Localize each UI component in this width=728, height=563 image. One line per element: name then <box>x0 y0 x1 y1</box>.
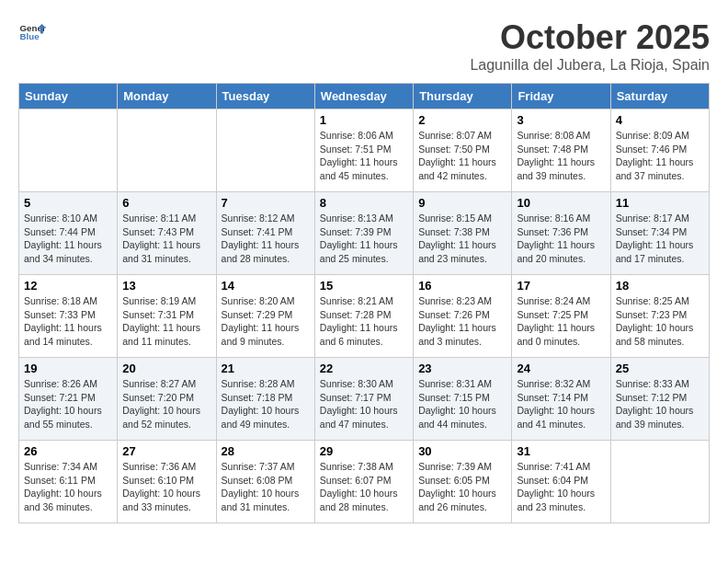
page-header: General Blue October 2025 Lagunilla del … <box>18 18 710 74</box>
day-info: Sunrise: 8:33 AM Sunset: 7:12 PM Dayligh… <box>616 377 704 431</box>
day-info: Sunrise: 8:31 AM Sunset: 7:15 PM Dayligh… <box>418 377 506 431</box>
calendar-cell: 25Sunrise: 8:33 AM Sunset: 7:12 PM Dayli… <box>610 358 709 441</box>
day-info: Sunrise: 7:38 AM Sunset: 6:07 PM Dayligh… <box>320 460 408 514</box>
calendar-cell: 21Sunrise: 8:28 AM Sunset: 7:18 PM Dayli… <box>216 358 314 441</box>
day-info: Sunrise: 8:32 AM Sunset: 7:14 PM Dayligh… <box>517 377 605 431</box>
day-number: 5 <box>24 196 112 210</box>
day-info: Sunrise: 8:12 AM Sunset: 7:41 PM Dayligh… <box>222 212 310 266</box>
calendar-cell: 14Sunrise: 8:20 AM Sunset: 7:29 PM Dayli… <box>216 275 314 358</box>
day-number: 9 <box>418 196 506 210</box>
day-info: Sunrise: 8:13 AM Sunset: 7:39 PM Dayligh… <box>320 212 408 266</box>
calendar-cell: 31Sunrise: 7:41 AM Sunset: 6:04 PM Dayli… <box>512 441 610 523</box>
calendar-cell <box>118 109 216 192</box>
calendar-cell: 2Sunrise: 8:07 AM Sunset: 7:50 PM Daylig… <box>414 109 512 192</box>
calendar-cell: 24Sunrise: 8:32 AM Sunset: 7:14 PM Dayli… <box>512 358 610 441</box>
calendar-cell: 22Sunrise: 8:30 AM Sunset: 7:17 PM Dayli… <box>314 358 413 441</box>
calendar-cell: 19Sunrise: 8:26 AM Sunset: 7:21 PM Dayli… <box>19 358 118 441</box>
column-header-friday: Friday <box>512 84 610 109</box>
day-number: 26 <box>24 444 112 458</box>
calendar-cell <box>610 441 709 523</box>
calendar-week-row: 1Sunrise: 8:06 AM Sunset: 7:51 PM Daylig… <box>19 109 710 192</box>
calendar-cell: 4Sunrise: 8:09 AM Sunset: 7:46 PM Daylig… <box>610 109 709 192</box>
day-info: Sunrise: 8:11 AM Sunset: 7:43 PM Dayligh… <box>122 212 210 266</box>
day-number: 7 <box>222 196 310 210</box>
day-number: 31 <box>517 444 605 458</box>
calendar-cell: 13Sunrise: 8:19 AM Sunset: 7:31 PM Dayli… <box>118 275 216 358</box>
day-info: Sunrise: 7:36 AM Sunset: 6:10 PM Dayligh… <box>122 460 210 514</box>
calendar-cell: 18Sunrise: 8:25 AM Sunset: 7:23 PM Dayli… <box>610 275 709 358</box>
day-info: Sunrise: 8:17 AM Sunset: 7:34 PM Dayligh… <box>616 212 704 266</box>
day-info: Sunrise: 8:28 AM Sunset: 7:18 PM Dayligh… <box>222 377 310 431</box>
day-info: Sunrise: 8:06 AM Sunset: 7:51 PM Dayligh… <box>320 129 408 183</box>
day-number: 27 <box>122 444 210 458</box>
day-number: 10 <box>517 196 605 210</box>
calendar-week-row: 26Sunrise: 7:34 AM Sunset: 6:11 PM Dayli… <box>19 441 710 523</box>
day-number: 13 <box>122 279 210 293</box>
calendar-cell: 30Sunrise: 7:39 AM Sunset: 6:05 PM Dayli… <box>414 441 512 523</box>
day-info: Sunrise: 8:20 AM Sunset: 7:29 PM Dayligh… <box>222 294 310 349</box>
day-number: 23 <box>418 362 506 375</box>
day-info: Sunrise: 8:25 AM Sunset: 7:23 PM Dayligh… <box>616 294 704 349</box>
calendar-cell: 10Sunrise: 8:16 AM Sunset: 7:36 PM Dayli… <box>512 192 610 275</box>
day-number: 2 <box>418 113 506 127</box>
calendar-cell: 27Sunrise: 7:36 AM Sunset: 6:10 PM Dayli… <box>118 441 216 523</box>
day-number: 6 <box>122 196 210 210</box>
day-info: Sunrise: 8:08 AM Sunset: 7:48 PM Dayligh… <box>517 129 605 183</box>
day-number: 29 <box>320 444 408 458</box>
calendar-cell <box>216 109 314 192</box>
calendar-cell: 9Sunrise: 8:15 AM Sunset: 7:38 PM Daylig… <box>414 192 512 275</box>
day-info: Sunrise: 8:07 AM Sunset: 7:50 PM Dayligh… <box>418 129 506 183</box>
calendar-table: SundayMondayTuesdayWednesdayThursdayFrid… <box>18 83 710 523</box>
day-info: Sunrise: 8:24 AM Sunset: 7:25 PM Dayligh… <box>517 294 605 349</box>
calendar-cell: 1Sunrise: 8:06 AM Sunset: 7:51 PM Daylig… <box>314 109 413 192</box>
day-number: 4 <box>616 113 704 127</box>
day-info: Sunrise: 8:27 AM Sunset: 7:20 PM Dayligh… <box>122 377 210 431</box>
logo: General Blue <box>18 18 46 46</box>
day-number: 3 <box>517 113 605 127</box>
day-number: 16 <box>418 279 506 293</box>
day-info: Sunrise: 7:41 AM Sunset: 6:04 PM Dayligh… <box>517 460 605 514</box>
day-info: Sunrise: 8:16 AM Sunset: 7:36 PM Dayligh… <box>517 212 605 266</box>
calendar-cell: 3Sunrise: 8:08 AM Sunset: 7:48 PM Daylig… <box>512 109 610 192</box>
day-number: 18 <box>616 279 704 293</box>
calendar-cell: 23Sunrise: 8:31 AM Sunset: 7:15 PM Dayli… <box>414 358 512 441</box>
calendar-cell: 26Sunrise: 7:34 AM Sunset: 6:11 PM Dayli… <box>19 441 118 523</box>
month-title: October 2025 <box>470 18 710 57</box>
day-number: 8 <box>320 196 408 210</box>
calendar-cell: 8Sunrise: 8:13 AM Sunset: 7:39 PM Daylig… <box>314 192 413 275</box>
day-info: Sunrise: 8:10 AM Sunset: 7:44 PM Dayligh… <box>24 212 112 266</box>
calendar-week-row: 5Sunrise: 8:10 AM Sunset: 7:44 PM Daylig… <box>19 192 710 275</box>
day-number: 21 <box>222 362 310 375</box>
calendar-week-row: 19Sunrise: 8:26 AM Sunset: 7:21 PM Dayli… <box>19 358 710 441</box>
calendar-cell <box>19 109 118 192</box>
svg-text:Blue: Blue <box>20 31 40 41</box>
column-header-wednesday: Wednesday <box>314 84 413 109</box>
column-header-monday: Monday <box>118 84 216 109</box>
day-info: Sunrise: 8:09 AM Sunset: 7:46 PM Dayligh… <box>616 129 704 183</box>
calendar-cell: 16Sunrise: 8:23 AM Sunset: 7:26 PM Dayli… <box>414 275 512 358</box>
calendar-cell: 11Sunrise: 8:17 AM Sunset: 7:34 PM Dayli… <box>610 192 709 275</box>
calendar-cell: 5Sunrise: 8:10 AM Sunset: 7:44 PM Daylig… <box>19 192 118 275</box>
calendar-cell: 6Sunrise: 8:11 AM Sunset: 7:43 PM Daylig… <box>118 192 216 275</box>
day-number: 15 <box>320 279 408 293</box>
day-info: Sunrise: 8:23 AM Sunset: 7:26 PM Dayligh… <box>418 294 506 349</box>
title-block: October 2025 Lagunilla del Jubera, La Ri… <box>470 18 710 74</box>
day-number: 17 <box>517 279 605 293</box>
column-header-sunday: Sunday <box>19 84 118 109</box>
calendar-cell: 28Sunrise: 7:37 AM Sunset: 6:08 PM Dayli… <box>216 441 314 523</box>
day-number: 28 <box>222 444 310 458</box>
day-info: Sunrise: 8:19 AM Sunset: 7:31 PM Dayligh… <box>122 294 210 349</box>
calendar-header-row: SundayMondayTuesdayWednesdayThursdayFrid… <box>19 84 710 109</box>
day-info: Sunrise: 7:39 AM Sunset: 6:05 PM Dayligh… <box>418 460 506 514</box>
calendar-cell: 7Sunrise: 8:12 AM Sunset: 7:41 PM Daylig… <box>216 192 314 275</box>
location-title: Lagunilla del Jubera, La Rioja, Spain <box>470 57 710 74</box>
calendar-cell: 15Sunrise: 8:21 AM Sunset: 7:28 PM Dayli… <box>314 275 413 358</box>
calendar-cell: 20Sunrise: 8:27 AM Sunset: 7:20 PM Dayli… <box>118 358 216 441</box>
day-info: Sunrise: 8:18 AM Sunset: 7:33 PM Dayligh… <box>24 294 112 349</box>
column-header-tuesday: Tuesday <box>216 84 314 109</box>
day-number: 19 <box>24 362 112 375</box>
day-number: 1 <box>320 113 408 127</box>
day-info: Sunrise: 7:34 AM Sunset: 6:11 PM Dayligh… <box>24 460 112 514</box>
day-info: Sunrise: 8:26 AM Sunset: 7:21 PM Dayligh… <box>24 377 112 431</box>
day-number: 14 <box>222 279 310 293</box>
